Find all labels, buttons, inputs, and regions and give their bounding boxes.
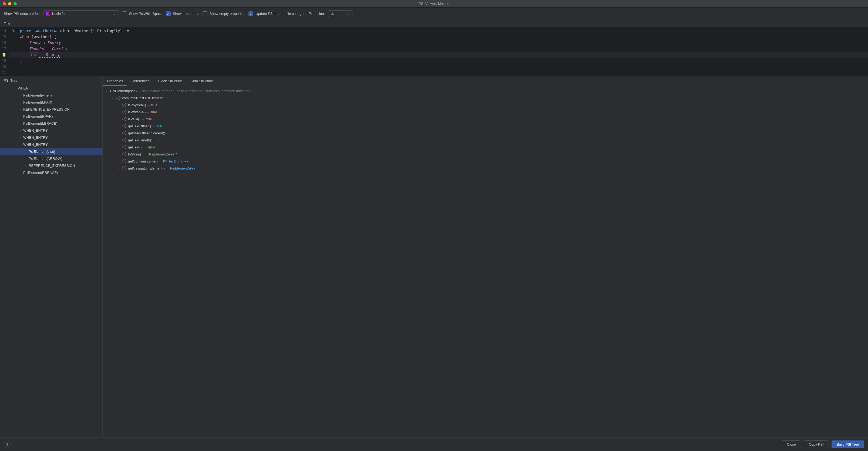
property-value[interactable]: PsiElement(else) xyxy=(170,166,196,170)
chevron-down-icon[interactable]: ⌄ xyxy=(19,143,22,146)
chevron-right-icon[interactable]: › xyxy=(24,164,28,167)
close-window-icon[interactable] xyxy=(3,2,6,5)
property-name: toString() xyxy=(128,152,142,156)
property-name: getNavigationElement() xyxy=(128,166,165,170)
tree-item[interactable]: PsiElement(RPAR) xyxy=(0,113,102,120)
function-icon: f xyxy=(122,145,126,149)
property-name: isPhysical() xyxy=(128,103,146,107)
props-header[interactable]: ⌄PsiElement(else) APIs available for nod… xyxy=(103,87,868,94)
tab-block-structure[interactable]: Block Structure xyxy=(154,77,186,86)
maximize-window-icon[interactable] xyxy=(13,2,17,5)
property-name: getTextLength() xyxy=(128,138,152,142)
chevron-down-icon[interactable]: ⌄ xyxy=(13,87,17,90)
property-name: isWritable() xyxy=(128,110,146,114)
help-button[interactable]: ? xyxy=(4,441,11,448)
show-empty-checkbox[interactable] xyxy=(203,11,208,16)
tree-item[interactable]: ⌄WHEN_ENTRY xyxy=(0,141,102,148)
tree-item[interactable]: PsiElement(else) xyxy=(0,148,102,155)
property-value: true xyxy=(146,117,152,121)
editor-content[interactable]: fun processWeather(weather: Weather): Dr… xyxy=(9,27,868,77)
tree-item[interactable]: ›WHEN_ENTRY xyxy=(0,127,102,134)
function-icon: f xyxy=(122,110,126,114)
footer: ? Close Copy PSI Build PSI Tree xyxy=(0,438,868,451)
tree-item[interactable]: PsiElement(LBRACE) xyxy=(0,120,102,127)
tree-item[interactable]: ›REFERENCE_EXPRESSION xyxy=(0,162,102,169)
tree-item-label: PsiElement(else) xyxy=(29,149,55,153)
minimize-window-icon[interactable] xyxy=(8,2,11,5)
properties-panel[interactable]: ⌄PsiElement(else) APIs available for nod… xyxy=(103,86,868,438)
code-line[interactable]: when (weather) { xyxy=(9,34,868,40)
psi-tree-label: PSI Tree xyxy=(0,77,102,84)
update-on-change-checkbox[interactable]: ✓ xyxy=(248,11,253,16)
property-row[interactable]: fgetTextOffset() = 368 xyxy=(103,122,868,130)
show-tree-nodes-checkbox[interactable]: ✓ xyxy=(166,11,171,16)
build-psi-tree-button[interactable]: Build PSI Tree xyxy=(832,441,864,448)
chevron-right-icon[interactable]: › xyxy=(117,160,120,163)
property-row[interactable]: fisWritable() = true xyxy=(103,108,868,115)
code-line[interactable]: Thunder → Careful xyxy=(9,46,868,52)
property-value[interactable]: KtFile: Dummy.kt xyxy=(163,159,189,163)
tree-item-label: PsiElement(LBRACE) xyxy=(23,121,57,125)
tree-item[interactable]: PsiElement(RBRACE) xyxy=(0,169,102,176)
property-row[interactable]: fisPhysical() = true xyxy=(103,102,868,108)
extension-select[interactable]: .kt ⌄ xyxy=(328,10,352,17)
code-line[interactable] xyxy=(9,63,868,69)
tree-item[interactable]: ⌄WHEN xyxy=(0,85,102,92)
code-line[interactable]: 💡 else → Sporty xyxy=(9,52,868,58)
property-row[interactable]: fgetTextLength() = 4 xyxy=(103,137,868,144)
property-name: getContainingFile() xyxy=(128,159,158,163)
tree-item[interactable]: ›REFERENCE_EXPRESSION xyxy=(0,106,102,113)
function-icon: f xyxy=(122,117,126,121)
chevron-right-icon[interactable]: › xyxy=(19,108,22,111)
property-row[interactable]: fgetStartOffsetInParent() = 0 xyxy=(103,130,868,137)
code-line[interactable]: Sunny → Sporty xyxy=(9,40,868,46)
property-row[interactable]: ftoString() = "PsiElement(else)" xyxy=(103,150,868,158)
function-icon: f xyxy=(122,103,126,107)
chevron-right-icon[interactable]: › xyxy=(19,136,22,139)
chevron-down-icon[interactable]: ⌄ xyxy=(111,96,115,100)
tree-item[interactable]: PsiElement(LPAR) xyxy=(0,99,102,106)
psi-tree[interactable]: ⌄WHENPsiElement(when)PsiElement(LPAR)›RE… xyxy=(0,84,102,438)
props-header-desc: APIs available for node: base classes an… xyxy=(138,89,250,93)
code-editor[interactable]: 1415161718192021 fun processWeather(weat… xyxy=(0,27,868,77)
property-name: getStartOffsetInParent() xyxy=(128,131,165,135)
property-row[interactable]: fisValid() = true xyxy=(103,115,868,122)
tab-references[interactable]: References xyxy=(127,77,154,86)
tree-item[interactable]: PsiElement(ARROW) xyxy=(0,155,102,162)
tree-item[interactable]: ›WHEN_ENTRY xyxy=(0,134,102,141)
tree-item-label: WHEN_ENTRY xyxy=(23,136,48,140)
code-line[interactable] xyxy=(9,69,868,76)
function-icon: f xyxy=(122,124,126,128)
tree-item-label: PsiElement(when) xyxy=(23,93,52,97)
kotlin-icon xyxy=(46,12,50,16)
show-empty-label: Show empty properties xyxy=(210,11,246,16)
titlebar: PSI Viewer: Main.kt xyxy=(0,0,868,7)
property-row[interactable]: ›fgetNavigationElement() = PsiElement(el… xyxy=(103,165,868,172)
code-line[interactable]: } xyxy=(9,58,868,63)
chevron-right-icon[interactable]: › xyxy=(19,129,22,132)
chevron-right-icon[interactable]: › xyxy=(117,167,120,170)
copy-psi-button[interactable]: Copy PSI xyxy=(804,441,829,448)
tree-item[interactable]: PsiElement(when) xyxy=(0,92,102,99)
props-interface[interactable]: ⌄Icom.intellij.psi.PsiElement xyxy=(103,94,868,102)
show-whitespace-label: Show PsiWhiteSpace xyxy=(129,11,162,16)
chevron-down-icon[interactable]: ⌄ xyxy=(105,89,108,92)
tree-item-label: PsiElement(ARROW) xyxy=(29,157,62,161)
tree-item-label: PsiElement(RBRACE) xyxy=(23,171,58,175)
interface-name: com.intellij.psi.PsiElement xyxy=(122,96,162,100)
text-section-label: Text xyxy=(0,20,868,27)
code-line[interactable]: fun processWeather(weather: Weather): Dr… xyxy=(9,28,868,34)
properties-tabs: PropertiesReferencesBlock StructureStub … xyxy=(103,77,868,86)
property-name: getTextOffset() xyxy=(128,124,151,128)
chevron-down-icon: ⌄ xyxy=(113,11,116,16)
file-type-select[interactable]: Kotlin file ⌄ xyxy=(43,10,119,17)
intention-bulb-icon[interactable]: 💡 xyxy=(2,52,6,58)
tab-stub-structure[interactable]: Stub Structure xyxy=(186,77,217,86)
show-whitespace-checkbox[interactable] xyxy=(122,11,127,16)
tab-properties[interactable]: Properties xyxy=(103,77,127,86)
property-row[interactable]: fgetText() = "else" xyxy=(103,144,868,150)
property-value: 0 xyxy=(170,131,172,135)
close-button[interactable]: Close xyxy=(782,441,801,448)
chevron-down-icon: ⌄ xyxy=(346,11,349,16)
property-row[interactable]: ›fgetContainingFile() = KtFile: Dummy.kt xyxy=(103,158,868,165)
